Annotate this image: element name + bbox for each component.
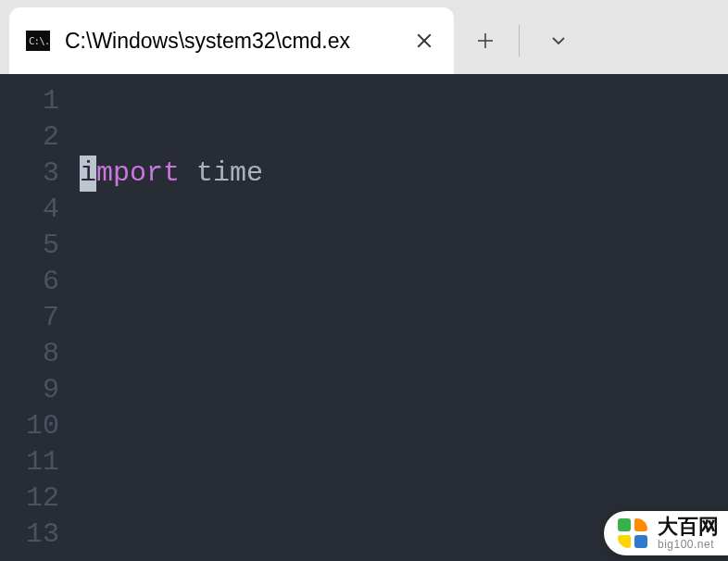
tabbar-divider [519, 25, 520, 56]
tab-active[interactable]: C:\. C:\Windows\system32\cmd.ex [9, 7, 454, 74]
line-number: 2 [0, 119, 59, 156]
code-line: import time [80, 156, 728, 192]
line-number: 8 [0, 336, 59, 372]
line-number: 6 [0, 264, 59, 300]
tab-close-button[interactable] [408, 24, 441, 57]
tab-dropdown-button[interactable] [533, 15, 584, 67]
new-tab-button[interactable] [459, 15, 511, 67]
code-line [80, 264, 728, 300]
plus-icon [476, 31, 495, 50]
line-number: 3 [0, 156, 59, 192]
watermark-title: 大百网 [658, 517, 719, 537]
line-number: 7 [0, 300, 59, 336]
line-number-gutter: 1 2 3 4 5 6 7 8 9 10 11 12 13 [0, 83, 69, 561]
code-line [80, 372, 728, 408]
chevron-down-icon [549, 31, 568, 50]
code-content[interactable]: import time time.time() if __name__ == "… [69, 83, 728, 561]
watermark-url: big100.net [658, 539, 719, 550]
watermark: 大百网 big100.net [604, 511, 728, 555]
cmd-icon: C:\. [26, 31, 50, 51]
tabbar-actions [454, 7, 584, 74]
code-editor[interactable]: 1 2 3 4 5 6 7 8 9 10 11 12 13 import tim… [0, 74, 728, 561]
close-icon [416, 32, 433, 49]
line-number: 1 [0, 83, 59, 119]
line-number: 10 [0, 408, 59, 444]
line-number: 9 [0, 372, 59, 408]
line-number: 5 [0, 228, 59, 264]
line-number: 13 [0, 517, 59, 553]
line-number: 12 [0, 480, 59, 517]
watermark-logo-icon [617, 517, 648, 549]
editor-cursor: i [80, 156, 96, 192]
line-number: 11 [0, 444, 59, 480]
tab-bar: C:\. C:\Windows\system32\cmd.ex [0, 0, 728, 74]
tab-title: C:\Windows\system32\cmd.ex [65, 29, 400, 54]
line-number: 4 [0, 192, 59, 228]
